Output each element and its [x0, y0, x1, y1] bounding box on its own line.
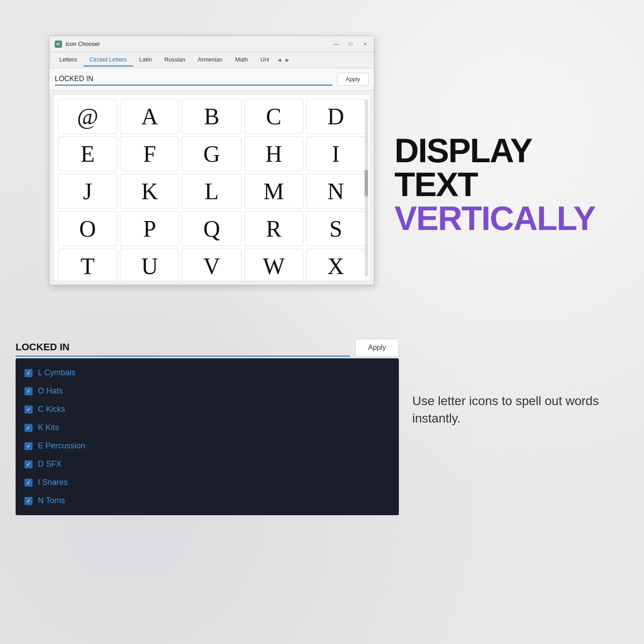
- icon-grid-container: @ABCDEFGHIJKLMNOPQRSTUVWX: [53, 94, 370, 281]
- track-checkbox[interactable]: [25, 369, 33, 377]
- icon-cell[interactable]: B: [182, 99, 241, 134]
- display-text-line2: VERTICALLY: [394, 201, 608, 235]
- track-checkbox[interactable]: [25, 406, 33, 414]
- track-item[interactable]: D SFX: [16, 455, 399, 473]
- icon-cell[interactable]: U: [120, 249, 179, 281]
- icon-cell[interactable]: A: [120, 99, 179, 134]
- tab-circled-letters[interactable]: Circled Letters: [83, 53, 133, 66]
- icon-cell[interactable]: L: [182, 174, 241, 209]
- tab-uni[interactable]: Uni: [254, 53, 275, 66]
- icon-cell[interactable]: W: [244, 249, 304, 281]
- track-name: C Kicks: [38, 405, 65, 414]
- icon-cell[interactable]: S: [306, 211, 365, 246]
- window-title: Icon Chooser: [66, 41, 333, 47]
- bottom-apply-button[interactable]: Apply: [355, 339, 399, 357]
- icon-cell[interactable]: J: [58, 174, 117, 209]
- icon-cell[interactable]: E: [58, 136, 117, 171]
- bottom-section: Apply L CymbalsO HatsC KicksK KitsE Perc…: [16, 339, 399, 515]
- track-item[interactable]: C Kicks: [16, 400, 399, 418]
- tab-nav-prev[interactable]: ◀: [275, 56, 283, 64]
- track-item[interactable]: N Toms: [16, 492, 399, 510]
- track-item[interactable]: I Snares: [16, 473, 399, 492]
- track-name: N Toms: [38, 496, 65, 505]
- track-checkbox[interactable]: [25, 497, 33, 505]
- tab-nav-next[interactable]: ▶: [283, 56, 291, 64]
- icon-cell[interactable]: F: [120, 136, 179, 171]
- icon-cell[interactable]: T: [58, 249, 117, 281]
- icon-cell[interactable]: K: [120, 174, 179, 209]
- icon-cell[interactable]: M: [244, 174, 304, 209]
- icon-cell[interactable]: X: [306, 249, 365, 281]
- track-checkbox[interactable]: [25, 442, 33, 450]
- bottom-search-input[interactable]: [16, 339, 350, 357]
- icon-cell[interactable]: D: [306, 99, 365, 134]
- track-checkbox[interactable]: [25, 460, 33, 468]
- icon-cell[interactable]: R: [244, 211, 304, 246]
- tab-bar: Letters Circled Letters Latin Russian Ar…: [49, 52, 374, 68]
- icon-cell[interactable]: N: [306, 174, 365, 209]
- icon-cell[interactable]: I: [306, 136, 365, 171]
- maximize-button[interactable]: □: [347, 41, 354, 48]
- tab-letters[interactable]: Letters: [53, 53, 83, 66]
- display-text-line1: DISPLAY TEXT: [394, 134, 608, 201]
- close-button[interactable]: ×: [361, 41, 369, 48]
- icon-cell[interactable]: V: [182, 249, 241, 281]
- icon-grid: @ABCDEFGHIJKLMNOPQRSTUVWX: [58, 99, 365, 281]
- description-text: Use letter icons to spell out words inst…: [412, 392, 608, 427]
- track-name: K Kits: [38, 423, 59, 432]
- track-name: I Snares: [38, 478, 68, 487]
- track-name: O Hats: [38, 386, 63, 396]
- track-checkbox[interactable]: [25, 424, 33, 432]
- window-search-input[interactable]: [55, 73, 332, 86]
- icon-cell[interactable]: Q: [182, 211, 241, 246]
- display-text-section: DISPLAY TEXT VERTICALLY: [394, 134, 608, 235]
- track-name: D SFX: [38, 459, 62, 469]
- scrollbar-thumb[interactable]: [365, 170, 368, 197]
- bottom-search-bar: Apply: [16, 339, 399, 357]
- icon-cell[interactable]: G: [182, 136, 241, 171]
- icon-cell[interactable]: H: [244, 136, 304, 171]
- window-titlebar: IC Icon Chooser — □ ×: [49, 36, 374, 52]
- icon-chooser-window: IC Icon Chooser — □ × Letters Circled Le…: [49, 36, 374, 285]
- app-icon: IC: [55, 41, 62, 48]
- tab-armenian[interactable]: Armenian: [192, 53, 229, 66]
- track-item[interactable]: O Hats: [16, 382, 399, 400]
- icon-cell[interactable]: O: [58, 211, 117, 246]
- track-list: L CymbalsO HatsC KicksK KitsE Percussion…: [16, 358, 399, 515]
- track-name: L Cymbals: [38, 368, 75, 377]
- minimize-button[interactable]: —: [333, 41, 340, 48]
- window-apply-button[interactable]: Apply: [337, 73, 369, 86]
- track-item[interactable]: K Kits: [16, 418, 399, 437]
- icon-cell[interactable]: P: [120, 211, 179, 246]
- icon-cell[interactable]: @: [58, 99, 117, 134]
- track-item[interactable]: E Percussion: [16, 437, 399, 455]
- icon-cell[interactable]: C: [244, 99, 304, 134]
- tab-russian[interactable]: Russian: [158, 53, 192, 66]
- track-item[interactable]: L Cymbals: [16, 364, 399, 382]
- track-name: E Percussion: [38, 441, 85, 451]
- track-checkbox[interactable]: [25, 387, 33, 395]
- track-checkbox[interactable]: [25, 479, 33, 487]
- window-controls: — □ ×: [333, 41, 369, 48]
- tab-math[interactable]: Math: [229, 53, 254, 66]
- scrollbar[interactable]: [365, 99, 368, 276]
- tab-latin[interactable]: Latin: [133, 53, 158, 66]
- window-search-bar: Apply: [49, 68, 374, 90]
